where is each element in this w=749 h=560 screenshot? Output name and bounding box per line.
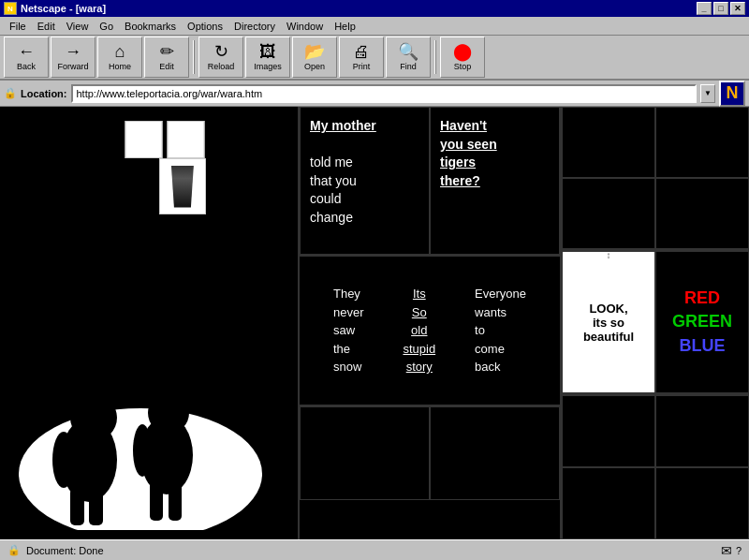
stop-button[interactable]: ⬤ Stop <box>440 37 485 78</box>
toolbar-separator-1 <box>193 40 195 74</box>
location-label: 🔒 <box>4 87 17 99</box>
reload-label: Reload <box>208 62 235 71</box>
right-bottom-row <box>562 395 749 539</box>
maximize-button[interactable]: □ <box>713 2 728 15</box>
bottom-cell-left <box>300 406 430 500</box>
images-label: Images <box>254 62 282 71</box>
find-icon: 🔍 <box>398 43 419 60</box>
center-panel: My mother told methat youcouldchange Hav… <box>300 107 562 539</box>
look-line1: LOOK, <box>589 302 627 316</box>
edit-button[interactable]: ✏ Edit <box>144 37 189 78</box>
white-box-3 <box>159 158 206 214</box>
right-cell-bl <box>562 178 655 249</box>
blue-text: BLUE <box>679 336 725 355</box>
center-bottom-row <box>300 406 560 500</box>
text-top-left-content: My mother told methat youcouldchange <box>310 117 376 228</box>
menu-bookmarks[interactable]: Bookmarks <box>119 19 182 34</box>
title-bar-controls: _ □ ✕ <box>697 2 745 15</box>
right-bottom-cell-br <box>655 467 749 539</box>
images-icon: 🖼 <box>259 43 276 60</box>
forward-button[interactable]: → Forward <box>51 37 95 78</box>
menu-directory[interactable]: Directory <box>228 19 281 34</box>
menu-bar: File Edit View Go Bookmarks Options Dire… <box>0 17 749 36</box>
close-button[interactable]: ✕ <box>730 2 745 15</box>
find-button[interactable]: 🔍 Find <box>386 37 431 78</box>
edit-icon: ✏ <box>160 43 174 60</box>
netscape-logo: N <box>719 81 745 107</box>
open-icon: 📂 <box>304 43 325 60</box>
open-label: Open <box>304 62 325 71</box>
right-panel: ↕ LOOK, its so beautiful RED GREEN BLUE <box>562 107 749 539</box>
center-top-row: My mother told methat youcouldchange Hav… <box>300 107 560 257</box>
minimize-button[interactable]: _ <box>697 2 712 15</box>
text-cell-top-left: My mother told methat youcouldchange <box>300 107 430 255</box>
bottom-cell-right <box>430 406 560 500</box>
right-cell-tl <box>562 107 655 178</box>
back-icon: ← <box>18 43 35 60</box>
open-button[interactable]: 📂 Open <box>292 37 337 78</box>
look-line3: beautiful <box>583 330 634 344</box>
right-cell-tr <box>655 107 749 178</box>
color-text-cell: RED GREEN BLUE <box>655 251 749 393</box>
edit-label: Edit <box>159 62 174 71</box>
forward-label: Forward <box>57 62 88 71</box>
white-boxes-area <box>125 121 205 158</box>
toolbar: ← Back → Forward ⌂ Home ✏ Edit ↻ Reload … <box>0 36 749 81</box>
print-button[interactable]: 🖨 Print <box>339 37 384 78</box>
look-line2: its so <box>593 316 624 330</box>
print-icon: 🖨 <box>353 43 370 60</box>
svg-point-10 <box>133 424 152 477</box>
location-dropdown[interactable]: ▼ <box>700 84 715 103</box>
text-top-right-content: Haven'tyou seentigersthere? <box>440 117 497 190</box>
toolbar-separator-2 <box>434 40 436 74</box>
location-text-label: Location: <box>21 88 67 99</box>
menu-go[interactable]: Go <box>94 19 119 34</box>
people-silhouette <box>9 305 272 530</box>
menu-options[interactable]: Options <box>182 19 228 34</box>
white-box-2 <box>168 121 205 158</box>
svg-rect-8 <box>150 481 163 521</box>
right-bottom-cell-tr <box>655 395 749 467</box>
text-old: old <box>411 323 427 337</box>
reload-icon: ↻ <box>214 43 228 60</box>
svg-rect-3 <box>70 488 84 525</box>
svg-rect-9 <box>169 481 182 521</box>
menu-view[interactable]: View <box>61 19 95 34</box>
left-panel <box>0 107 300 539</box>
find-label: Find <box>400 62 417 71</box>
app-icon: N <box>4 2 17 15</box>
forward-icon: → <box>65 43 81 60</box>
menu-edit[interactable]: Edit <box>32 19 61 34</box>
look-text: LOOK, its so beautiful <box>583 302 634 344</box>
red-text: RED <box>684 288 720 307</box>
cup-shape <box>169 166 197 208</box>
question-mark: ? <box>736 545 742 556</box>
text-stupid: stupid <box>403 342 435 356</box>
home-button[interactable]: ⌂ Home <box>97 37 142 78</box>
white-box-1 <box>125 121 163 158</box>
mail-icon[interactable]: ✉ <box>721 543 732 558</box>
text-col-3: Everyonewantstocomeback <box>475 285 526 376</box>
menu-help[interactable]: Help <box>329 19 361 34</box>
back-button[interactable]: ← Back <box>4 37 49 78</box>
menu-file[interactable]: File <box>4 19 32 34</box>
text-col-1: Theyneversawthesnow <box>333 285 364 376</box>
title-bar: N Netscape - [wara] _ □ ✕ <box>0 0 749 17</box>
reload-button[interactable]: ↻ Reload <box>198 37 243 78</box>
menu-window[interactable]: Window <box>281 19 329 34</box>
right-middle-row: ↕ LOOK, its so beautiful RED GREEN BLUE <box>562 251 749 395</box>
window-title: Netscape - [wara] <box>21 3 106 14</box>
text-cell-top-right: Haven'tyou seentigersthere? <box>430 107 560 255</box>
text-so: So <box>412 305 427 319</box>
location-input[interactable] <box>71 84 698 103</box>
green-text: GREEN <box>672 312 732 331</box>
back-label: Back <box>17 62 36 71</box>
right-top-row <box>562 107 749 251</box>
svg-point-5 <box>52 432 75 488</box>
status-bar: 🔒 Document: Done ✉ ? <box>0 539 749 560</box>
images-button[interactable]: 🖼 Images <box>245 37 290 78</box>
center-middle-row: Theyneversawthesnow Its So old stupid st… <box>300 257 560 406</box>
right-bottom-cell-tl <box>562 395 655 467</box>
status-left: 🔒 Document: Done <box>7 544 104 556</box>
status-right: ✉ ? <box>721 543 742 558</box>
